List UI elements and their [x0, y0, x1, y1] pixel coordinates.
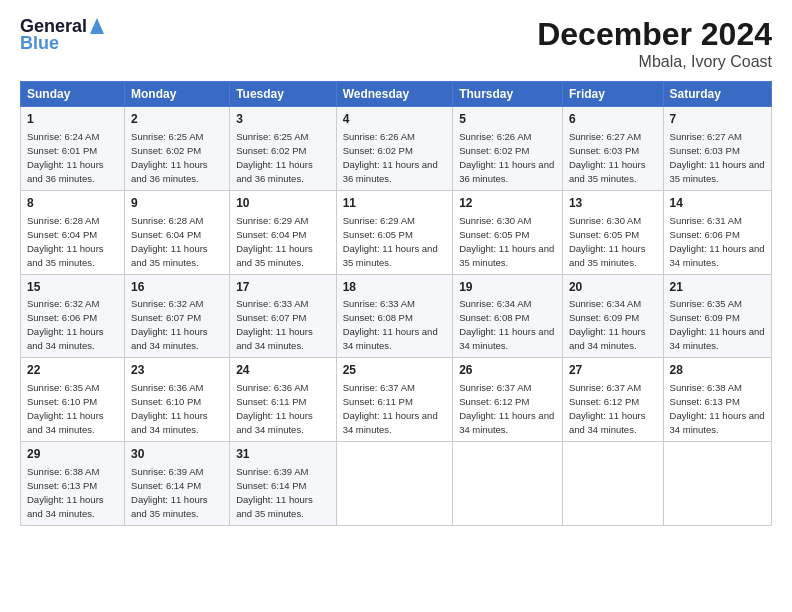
calendar-cell: 17Sunrise: 6:33 AMSunset: 6:07 PMDayligh…	[230, 274, 336, 358]
cell-content: Sunrise: 6:32 AMSunset: 6:06 PMDaylight:…	[27, 298, 104, 351]
calendar-cell: 15Sunrise: 6:32 AMSunset: 6:06 PMDayligh…	[21, 274, 125, 358]
day-number: 20	[569, 279, 657, 296]
calendar-cell: 26Sunrise: 6:37 AMSunset: 6:12 PMDayligh…	[453, 358, 563, 442]
day-number: 6	[569, 111, 657, 128]
day-number: 12	[459, 195, 556, 212]
cell-content: Sunrise: 6:34 AMSunset: 6:08 PMDaylight:…	[459, 298, 554, 351]
day-number: 29	[27, 446, 118, 463]
cell-content: Sunrise: 6:39 AMSunset: 6:14 PMDaylight:…	[131, 466, 208, 519]
day-number: 28	[670, 362, 765, 379]
calendar-cell: 1Sunrise: 6:24 AMSunset: 6:01 PMDaylight…	[21, 107, 125, 191]
day-number: 26	[459, 362, 556, 379]
logo-arrow-icon	[90, 18, 104, 38]
cell-content: Sunrise: 6:36 AMSunset: 6:10 PMDaylight:…	[131, 382, 208, 435]
cell-content: Sunrise: 6:29 AMSunset: 6:04 PMDaylight:…	[236, 215, 313, 268]
calendar-cell: 2Sunrise: 6:25 AMSunset: 6:02 PMDaylight…	[125, 107, 230, 191]
calendar-cell: 18Sunrise: 6:33 AMSunset: 6:08 PMDayligh…	[336, 274, 453, 358]
day-number: 19	[459, 279, 556, 296]
day-number: 17	[236, 279, 329, 296]
col-thursday: Thursday	[453, 82, 563, 107]
calendar-cell: 23Sunrise: 6:36 AMSunset: 6:10 PMDayligh…	[125, 358, 230, 442]
day-number: 7	[670, 111, 765, 128]
calendar-cell: 19Sunrise: 6:34 AMSunset: 6:08 PMDayligh…	[453, 274, 563, 358]
calendar-cell: 12Sunrise: 6:30 AMSunset: 6:05 PMDayligh…	[453, 190, 563, 274]
calendar-week-row: 15Sunrise: 6:32 AMSunset: 6:06 PMDayligh…	[21, 274, 772, 358]
calendar-title: December 2024	[537, 16, 772, 53]
day-number: 24	[236, 362, 329, 379]
cell-content: Sunrise: 6:33 AMSunset: 6:07 PMDaylight:…	[236, 298, 313, 351]
calendar-cell: 16Sunrise: 6:32 AMSunset: 6:07 PMDayligh…	[125, 274, 230, 358]
day-number: 5	[459, 111, 556, 128]
title-block: December 2024 Mbala, Ivory Coast	[537, 16, 772, 71]
cell-content: Sunrise: 6:29 AMSunset: 6:05 PMDaylight:…	[343, 215, 438, 268]
day-number: 18	[343, 279, 447, 296]
calendar-cell: 4Sunrise: 6:26 AMSunset: 6:02 PMDaylight…	[336, 107, 453, 191]
calendar-cell: 13Sunrise: 6:30 AMSunset: 6:05 PMDayligh…	[562, 190, 663, 274]
calendar-cell: 29Sunrise: 6:38 AMSunset: 6:13 PMDayligh…	[21, 442, 125, 526]
cell-content: Sunrise: 6:25 AMSunset: 6:02 PMDaylight:…	[131, 131, 208, 184]
cell-content: Sunrise: 6:24 AMSunset: 6:01 PMDaylight:…	[27, 131, 104, 184]
calendar-cell: 11Sunrise: 6:29 AMSunset: 6:05 PMDayligh…	[336, 190, 453, 274]
col-monday: Monday	[125, 82, 230, 107]
calendar-cell: 10Sunrise: 6:29 AMSunset: 6:04 PMDayligh…	[230, 190, 336, 274]
calendar-cell	[453, 442, 563, 526]
calendar-cell: 8Sunrise: 6:28 AMSunset: 6:04 PMDaylight…	[21, 190, 125, 274]
calendar-cell: 28Sunrise: 6:38 AMSunset: 6:13 PMDayligh…	[663, 358, 771, 442]
calendar-cell	[663, 442, 771, 526]
day-number: 25	[343, 362, 447, 379]
calendar-cell: 7Sunrise: 6:27 AMSunset: 6:03 PMDaylight…	[663, 107, 771, 191]
calendar-cell	[336, 442, 453, 526]
cell-content: Sunrise: 6:26 AMSunset: 6:02 PMDaylight:…	[343, 131, 438, 184]
cell-content: Sunrise: 6:28 AMSunset: 6:04 PMDaylight:…	[27, 215, 104, 268]
calendar-header-row: Sunday Monday Tuesday Wednesday Thursday…	[21, 82, 772, 107]
cell-content: Sunrise: 6:36 AMSunset: 6:11 PMDaylight:…	[236, 382, 313, 435]
day-number: 9	[131, 195, 223, 212]
calendar-week-row: 1Sunrise: 6:24 AMSunset: 6:01 PMDaylight…	[21, 107, 772, 191]
cell-content: Sunrise: 6:37 AMSunset: 6:12 PMDaylight:…	[569, 382, 646, 435]
cell-content: Sunrise: 6:37 AMSunset: 6:11 PMDaylight:…	[343, 382, 438, 435]
col-saturday: Saturday	[663, 82, 771, 107]
calendar-cell: 24Sunrise: 6:36 AMSunset: 6:11 PMDayligh…	[230, 358, 336, 442]
day-number: 15	[27, 279, 118, 296]
cell-content: Sunrise: 6:30 AMSunset: 6:05 PMDaylight:…	[459, 215, 554, 268]
col-tuesday: Tuesday	[230, 82, 336, 107]
col-sunday: Sunday	[21, 82, 125, 107]
day-number: 4	[343, 111, 447, 128]
cell-content: Sunrise: 6:34 AMSunset: 6:09 PMDaylight:…	[569, 298, 646, 351]
day-number: 3	[236, 111, 329, 128]
calendar-cell: 5Sunrise: 6:26 AMSunset: 6:02 PMDaylight…	[453, 107, 563, 191]
logo: General Blue	[20, 16, 104, 54]
day-number: 16	[131, 279, 223, 296]
calendar-cell: 9Sunrise: 6:28 AMSunset: 6:04 PMDaylight…	[125, 190, 230, 274]
cell-content: Sunrise: 6:27 AMSunset: 6:03 PMDaylight:…	[569, 131, 646, 184]
cell-content: Sunrise: 6:30 AMSunset: 6:05 PMDaylight:…	[569, 215, 646, 268]
day-number: 10	[236, 195, 329, 212]
calendar-week-row: 8Sunrise: 6:28 AMSunset: 6:04 PMDaylight…	[21, 190, 772, 274]
calendar-cell: 6Sunrise: 6:27 AMSunset: 6:03 PMDaylight…	[562, 107, 663, 191]
calendar-cell: 31Sunrise: 6:39 AMSunset: 6:14 PMDayligh…	[230, 442, 336, 526]
day-number: 14	[670, 195, 765, 212]
cell-content: Sunrise: 6:35 AMSunset: 6:10 PMDaylight:…	[27, 382, 104, 435]
day-number: 23	[131, 362, 223, 379]
cell-content: Sunrise: 6:32 AMSunset: 6:07 PMDaylight:…	[131, 298, 208, 351]
day-number: 13	[569, 195, 657, 212]
cell-content: Sunrise: 6:27 AMSunset: 6:03 PMDaylight:…	[670, 131, 765, 184]
calendar-cell: 20Sunrise: 6:34 AMSunset: 6:09 PMDayligh…	[562, 274, 663, 358]
header: General Blue December 2024 Mbala, Ivory …	[20, 16, 772, 71]
day-number: 22	[27, 362, 118, 379]
day-number: 30	[131, 446, 223, 463]
col-friday: Friday	[562, 82, 663, 107]
calendar-cell: 3Sunrise: 6:25 AMSunset: 6:02 PMDaylight…	[230, 107, 336, 191]
logo-blue: Blue	[20, 33, 59, 54]
day-number: 8	[27, 195, 118, 212]
svg-marker-0	[90, 18, 104, 34]
cell-content: Sunrise: 6:31 AMSunset: 6:06 PMDaylight:…	[670, 215, 765, 268]
calendar-subtitle: Mbala, Ivory Coast	[537, 53, 772, 71]
cell-content: Sunrise: 6:38 AMSunset: 6:13 PMDaylight:…	[670, 382, 765, 435]
calendar-week-row: 29Sunrise: 6:38 AMSunset: 6:13 PMDayligh…	[21, 442, 772, 526]
calendar-cell: 21Sunrise: 6:35 AMSunset: 6:09 PMDayligh…	[663, 274, 771, 358]
cell-content: Sunrise: 6:33 AMSunset: 6:08 PMDaylight:…	[343, 298, 438, 351]
calendar-cell: 14Sunrise: 6:31 AMSunset: 6:06 PMDayligh…	[663, 190, 771, 274]
page: General Blue December 2024 Mbala, Ivory …	[0, 0, 792, 612]
day-number: 31	[236, 446, 329, 463]
